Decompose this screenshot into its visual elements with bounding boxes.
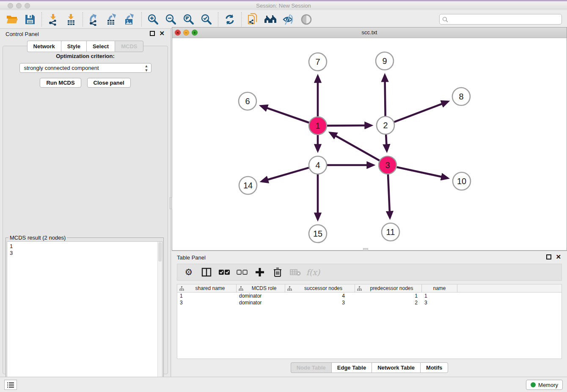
svg-text:6: 6 (245, 97, 250, 106)
column-header-shared-name[interactable]: shared name (177, 284, 237, 292)
tab-mcds[interactable]: MCDS (115, 41, 143, 52)
task-history-icon[interactable] (4, 380, 17, 390)
tab-edge-table[interactable]: Edge Table (331, 362, 372, 373)
memory-status-icon (531, 382, 536, 387)
table-row[interactable]: 3dominator323 (177, 299, 561, 306)
graph-node-6[interactable]: 6 (239, 92, 256, 110)
deselect-all-rows-icon[interactable] (235, 265, 249, 279)
graph-node-2[interactable]: 2 (377, 116, 394, 134)
close-panel-icon[interactable]: ✕ (159, 31, 165, 36)
tab-select[interactable]: Select (86, 41, 115, 52)
network-canvas[interactable]: 1234678910111415 (172, 38, 567, 250)
edge-3-10[interactable] (396, 167, 447, 178)
graph-node-11[interactable]: 11 (382, 223, 399, 241)
export-table-icon[interactable] (103, 11, 121, 28)
memory-button[interactable]: Memory (526, 380, 563, 390)
tab-motifs[interactable]: Motifs (420, 362, 448, 373)
svg-text:2: 2 (383, 121, 388, 130)
float-table-panel-icon[interactable] (546, 254, 551, 259)
edge-1-2[interactable] (327, 125, 371, 126)
toolbar-separator (41, 12, 42, 27)
close-table-panel-icon[interactable]: ✕ (556, 254, 561, 259)
graph-node-4[interactable]: 4 (309, 156, 327, 174)
zoom-out-icon[interactable] (162, 11, 180, 28)
edge-2-3[interactable] (386, 135, 387, 151)
table-row[interactable]: 1dominator411 (177, 293, 561, 299)
new-network-from-selection-icon[interactable] (244, 11, 262, 28)
zoom-selected-icon[interactable] (198, 11, 215, 28)
edge-2-9[interactable] (385, 75, 385, 116)
tab-node-table[interactable]: Node Table (291, 362, 331, 373)
hide-selected-icon[interactable] (280, 11, 297, 28)
save-session-icon[interactable] (21, 11, 39, 28)
attribute-type-icon (287, 286, 292, 291)
column-header-predecessor-nodes[interactable]: predecessor nodes (355, 284, 422, 292)
function-builder-icon[interactable]: f(x) (306, 265, 320, 279)
table-options-gear-icon[interactable]: ⚙ (182, 265, 196, 279)
run-mcds-button[interactable]: Run MCDS (40, 78, 81, 88)
import-network-icon[interactable] (44, 11, 62, 28)
export-image-icon[interactable] (121, 11, 139, 28)
table-cell: 1 (422, 293, 457, 299)
graph-node-15[interactable]: 15 (309, 225, 327, 243)
control-panel-tabs: NetworkStyleSelectMCDS (0, 41, 171, 52)
svg-text:9: 9 (382, 56, 387, 66)
network-window-titlebar: ✕ − + scc.txt (172, 28, 567, 38)
edge-3-1[interactable] (330, 133, 380, 161)
table-cell: dominator (237, 293, 285, 299)
mcds-result-area[interactable]: 1 3 (7, 241, 162, 392)
edge-1-6[interactable] (261, 106, 309, 123)
control-panel-title: Control Panel (6, 31, 39, 37)
close-panel-button[interactable]: Close panel (87, 78, 131, 88)
show-all-icon[interactable] (297, 11, 315, 28)
zoom-fit-icon[interactable] (180, 11, 198, 28)
graph-node-9[interactable]: 9 (376, 52, 394, 70)
attribute-type-icon (179, 286, 184, 291)
delete-table-icon[interactable] (288, 265, 303, 279)
open-file-icon[interactable] (3, 11, 21, 28)
table-panel-tabs: Node TableEdge TableNetwork TableMotifs (172, 362, 567, 373)
criterion-select[interactable]: strongly connected component ▲▼ (19, 63, 151, 73)
edge-4-14[interactable] (262, 168, 309, 181)
zoom-in-icon[interactable] (144, 11, 162, 28)
graph-node-7[interactable]: 7 (309, 53, 327, 71)
column-header-name[interactable]: name (422, 284, 457, 292)
table-cell: 3 (422, 299, 457, 306)
edge-3-11[interactable] (388, 174, 390, 218)
mcds-result-lines: 1 3 (7, 242, 162, 258)
float-panel-icon[interactable] (150, 31, 155, 36)
search-field[interactable] (439, 14, 562, 25)
graph-node-10[interactable]: 10 (453, 172, 471, 190)
table-cell: 3 (177, 299, 237, 306)
split-columns-icon[interactable] (199, 265, 214, 279)
column-header-successor-nodes[interactable]: successor nodes (285, 284, 355, 292)
search-input[interactable] (450, 16, 559, 22)
result-scrollbar[interactable] (157, 242, 162, 392)
tab-network[interactable]: Network (27, 41, 61, 52)
export-network-icon[interactable] (85, 11, 103, 28)
select-all-rows-icon[interactable] (217, 265, 231, 279)
graph-node-8[interactable]: 8 (452, 88, 470, 105)
svg-text:1: 1 (315, 121, 320, 130)
table-cell: 1 (355, 293, 422, 299)
svg-text:8: 8 (459, 92, 463, 101)
session-title: Session: New Session (0, 3, 567, 9)
tab-network-table[interactable]: Network Table (372, 362, 420, 373)
search-icon (442, 17, 448, 22)
graph-node-1[interactable]: 1 (309, 117, 327, 135)
graph-node-14[interactable]: 14 (239, 177, 257, 194)
first-neighbors-icon[interactable] (262, 11, 280, 28)
import-table-icon[interactable] (62, 11, 80, 28)
refresh-layout-icon[interactable] (221, 11, 239, 28)
table-panel-title: Table Panel (177, 254, 206, 261)
tab-style[interactable]: Style (61, 41, 86, 52)
table-panel: Table Panel ✕ ⚙ f(x) (172, 251, 567, 377)
add-column-icon[interactable] (253, 265, 267, 279)
edge-2-8[interactable] (394, 102, 448, 122)
table-cell: 2 (355, 299, 422, 306)
vertical-splitter-handle[interactable] (170, 197, 172, 209)
table-cell: dominator (237, 299, 285, 306)
delete-column-icon[interactable] (270, 265, 285, 279)
graph-node-3[interactable]: 3 (379, 156, 396, 174)
column-header-MCDS-role[interactable]: MCDS role (237, 284, 285, 292)
